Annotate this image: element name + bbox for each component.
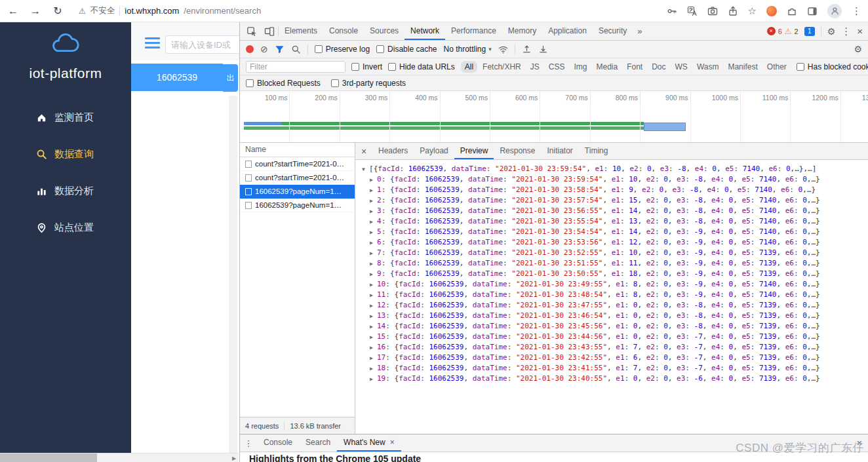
device-toolbar-icon[interactable] (260, 22, 278, 40)
reload-icon[interactable]: ↻ (51, 5, 64, 17)
json-item-line[interactable]: ▶16: {facId: 16062539, dataTime: "2021-0… (362, 342, 868, 353)
filter-type-doc[interactable]: Doc (648, 61, 669, 73)
collapse-arrow-icon[interactable]: ▶ (370, 259, 377, 269)
json-item-line[interactable]: ▶2: {facId: 16062539, dataTime: "2021-01… (362, 195, 868, 206)
back-icon[interactable]: ← (7, 5, 20, 17)
json-item-line[interactable]: ▶4: {facId: 16062539, dataTime: "2021-01… (362, 216, 868, 227)
scroll-right-arrow-icon[interactable]: ▶ (229, 453, 239, 462)
sidebar-item-site-location[interactable]: 站点位置 (0, 216, 131, 239)
json-item-line[interactable]: ▶8: {facId: 16062539, dataTime: "2021-01… (362, 258, 868, 269)
json-item-line[interactable]: ▶7: {facId: 16062539, dataTime: "2021-01… (362, 248, 868, 258)
devtools-tab-console[interactable]: Console (323, 22, 364, 40)
translate-icon[interactable] (687, 6, 698, 16)
record-icon[interactable] (246, 45, 254, 53)
blocked-requests-checkbox[interactable]: Blocked Requests (246, 79, 321, 88)
menu-toggle-icon[interactable] (145, 37, 160, 51)
json-item-line[interactable]: ▶19: {facId: 16062539, dataTime: "2021-0… (362, 374, 868, 384)
collapse-arrow-icon[interactable]: ▶ (370, 374, 377, 385)
filter-type-media[interactable]: Media (592, 61, 621, 73)
filter-type-css[interactable]: CSS (545, 61, 569, 73)
collapse-arrow-icon[interactable]: ▶ (370, 343, 377, 353)
sidebar-item-data-analysis[interactable]: 数据分析 (0, 180, 131, 202)
devtools-tab-application[interactable]: Application (542, 22, 593, 40)
collapse-arrow-icon[interactable]: ▶ (370, 248, 377, 259)
details-tab-response[interactable]: Response (494, 143, 541, 159)
json-item-line[interactable]: ▶18: {facId: 16062539, dataTime: "2021-0… (362, 363, 868, 374)
filter-type-js[interactable]: JS (526, 61, 543, 73)
filter-type-ws[interactable]: WS (671, 61, 692, 73)
browser-menu-dots-icon[interactable]: ⋮ (852, 5, 861, 17)
clear-icon[interactable]: ⊘ (260, 45, 268, 54)
filter-type-manifest[interactable]: Manifest (724, 61, 761, 73)
sidebar-item-home[interactable]: 监测首页 (0, 106, 131, 128)
details-tab-preview[interactable]: Preview (454, 143, 494, 159)
share-icon[interactable] (728, 6, 738, 16)
export-har-icon[interactable] (538, 45, 548, 54)
sidebar-item-data-query[interactable]: 数据查询 (0, 143, 131, 165)
json-item-line[interactable]: ▶1: {facId: 16062539, dataTime: "2021-01… (362, 185, 868, 195)
json-item-line[interactable]: ▶3: {facId: 16062539, dataTime: "2021-01… (362, 206, 868, 216)
third-party-requests-checkbox[interactable]: 3rd-party requests (331, 79, 406, 88)
hide-data-urls-checkbox[interactable]: Hide data URLs (388, 62, 455, 71)
forward-icon[interactable]: → (29, 5, 42, 17)
collapse-arrow-icon[interactable]: ▶ (370, 280, 377, 290)
collapse-arrow-icon[interactable]: ▶ (370, 332, 377, 343)
filter-type-all[interactable]: All (461, 61, 477, 73)
json-item-line[interactable]: ▶13: {facId: 16062539, dataTime: "2021-0… (362, 311, 868, 321)
drawer-tab-close-icon[interactable]: × (390, 438, 395, 447)
scrollbar-thumb[interactable] (0, 453, 97, 462)
issues-badge[interactable]: 1 (804, 27, 815, 36)
drawer-tab-search[interactable]: Search (299, 434, 337, 452)
device-search-input[interactable] (165, 35, 239, 54)
network-search-icon[interactable] (291, 45, 301, 54)
side-panel-icon[interactable] (807, 6, 818, 16)
request-row[interactable]: 16062539?pageNum=1… (240, 199, 355, 212)
filter-type-wasm[interactable]: Wasm (693, 61, 723, 73)
close-details-icon[interactable]: × (355, 146, 372, 157)
details-tab-timing[interactable]: Timing (579, 143, 614, 159)
collapse-arrow-icon[interactable]: ▶ (370, 311, 377, 322)
collapse-tab[interactable]: 出 (223, 64, 238, 92)
devtools-tab-network[interactable]: Network (404, 22, 445, 40)
collapse-arrow-icon[interactable]: ▶ (370, 206, 377, 217)
json-item-line[interactable]: ▶9: {facId: 16062539, dataTime: "2021-01… (362, 269, 868, 279)
network-settings-gear-icon[interactable]: ⚙ (854, 44, 862, 54)
json-item-line[interactable]: ▶12: {facId: 16062539, dataTime: "2021-0… (362, 300, 868, 311)
requests-name-column-header[interactable]: Name (240, 143, 355, 157)
network-filter-input[interactable] (246, 61, 345, 73)
devtools-tab-security[interactable]: Security (593, 22, 633, 40)
extension-orange-icon[interactable] (766, 6, 777, 16)
profile-avatar[interactable] (827, 4, 842, 18)
collapse-arrow-icon[interactable]: ▶ (370, 301, 377, 311)
expand-arrow-icon[interactable]: ▼ (362, 164, 369, 175)
network-conditions-icon[interactable] (498, 45, 508, 54)
address-bar[interactable]: ⚠ 不安全 iot.whxph.com/environment/search (79, 5, 261, 16)
json-item-line[interactable]: ▶17: {facId: 16062539, dataTime: "2021-0… (362, 353, 868, 363)
collapse-arrow-icon[interactable]: ▶ (370, 322, 377, 332)
key-icon[interactable] (667, 6, 677, 16)
camera-icon[interactable] (707, 6, 718, 16)
details-tab-headers[interactable]: Headers (372, 143, 414, 159)
details-tab-payload[interactable]: Payload (414, 143, 454, 159)
console-errors-badge[interactable]: × 6 ⚠ 2 (767, 27, 799, 36)
json-item-line[interactable]: ▶0: {facId: 16062539, dataTime: "2021-01… (362, 174, 868, 185)
drawer-tab-what-s-new[interactable]: What's New× (337, 434, 401, 452)
inspect-element-icon[interactable] (243, 22, 260, 40)
bookmark-star-icon[interactable]: ☆ (748, 5, 757, 17)
collapse-arrow-icon[interactable]: ▶ (370, 269, 377, 280)
devtools-settings-gear-icon[interactable]: ⚙ (827, 26, 836, 37)
json-item-line[interactable]: ▶15: {facId: 16062539, dataTime: "2021-0… (362, 332, 868, 342)
device-list-item-selected[interactable]: 16062539 (131, 64, 223, 91)
json-item-line[interactable]: ▶11: {facId: 16062539, dataTime: "2021-0… (362, 290, 868, 300)
collapse-arrow-icon[interactable]: ▶ (370, 185, 377, 196)
collapse-arrow-icon[interactable]: ▶ (370, 217, 377, 227)
json-item-line[interactable]: ▶6: {facId: 16062539, dataTime: "2021-01… (362, 237, 868, 248)
devtools-menu-dots-icon[interactable]: ⋮ (841, 26, 851, 37)
more-tabs-icon[interactable]: » (633, 26, 646, 36)
preserve-log-checkbox[interactable]: Preserve log (315, 45, 370, 54)
preview-json-tree[interactable]: ▼[{facId: 16062539, dataTime: "2021-01-3… (355, 160, 868, 384)
request-row[interactable]: 16062539?pageNum=1… (240, 185, 355, 199)
filter-type-img[interactable]: Img (570, 61, 591, 73)
throttling-select[interactable]: No throttling ▾ (443, 45, 491, 54)
timeline-overview[interactable] (240, 104, 868, 143)
